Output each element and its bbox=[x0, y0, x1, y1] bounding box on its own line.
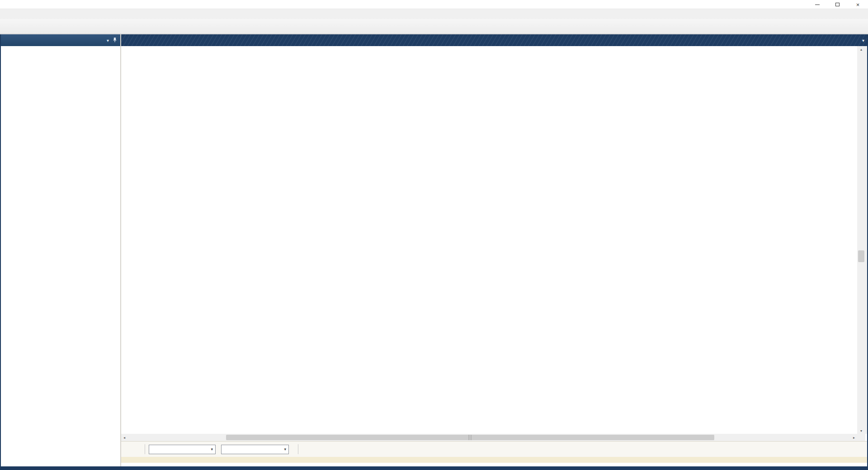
relation-dropdown[interactable]: ▾ bbox=[221, 445, 289, 454]
minimize-button[interactable] bbox=[807, 0, 827, 9]
scroll-thumb-grip bbox=[468, 435, 472, 440]
scrollbar-corner bbox=[857, 434, 865, 441]
pin-icon[interactable] bbox=[112, 37, 118, 44]
project-window-header: ▾ bbox=[1, 34, 120, 46]
window-frame-bottom bbox=[0, 466, 868, 470]
intrasis-logo-icon bbox=[2, 1, 9, 8]
chevron-down-icon: ▾ bbox=[282, 447, 288, 451]
tab-list-button[interactable]: ▾ bbox=[862, 38, 864, 43]
scroll-down-button[interactable]: ▾ bbox=[857, 428, 865, 434]
window-controls: × bbox=[807, 0, 868, 9]
maximize-button[interactable] bbox=[827, 0, 848, 9]
relation-type-dropdown[interactable]: ▾ bbox=[149, 445, 216, 454]
tab-bar bbox=[121, 34, 867, 46]
separator bbox=[298, 444, 298, 454]
graph-status-bar: ▾ ▾ bbox=[121, 441, 867, 463]
title-bar: × bbox=[0, 0, 868, 9]
chevron-down-icon[interactable]: ▾ bbox=[107, 38, 109, 43]
application-window: × ▾ ▾ ▴ ▾ ◂ bbox=[0, 0, 868, 470]
scroll-up-button[interactable]: ▴ bbox=[857, 46, 865, 52]
graph-canvas[interactable] bbox=[121, 46, 857, 434]
scroll-right-button[interactable]: ▸ bbox=[851, 434, 857, 441]
horizontal-scrollbar[interactable]: ◂ ▸ bbox=[121, 434, 857, 441]
main-area: ▾ ▾ ▴ ▾ ◂ ▸ bbox=[0, 34, 868, 470]
toolbar bbox=[0, 19, 868, 33]
scrollbar-filler bbox=[865, 46, 867, 434]
chevron-down-icon: ▾ bbox=[208, 447, 215, 451]
project-tree bbox=[1, 46, 120, 466]
menu-bar bbox=[0, 9, 868, 19]
vertical-scrollbar[interactable]: ▴ ▾ bbox=[857, 46, 865, 434]
close-button[interactable]: × bbox=[848, 0, 868, 9]
separator bbox=[145, 444, 145, 454]
vertical-scroll-thumb[interactable] bbox=[858, 250, 864, 262]
scroll-left-button[interactable]: ◂ bbox=[121, 434, 127, 441]
